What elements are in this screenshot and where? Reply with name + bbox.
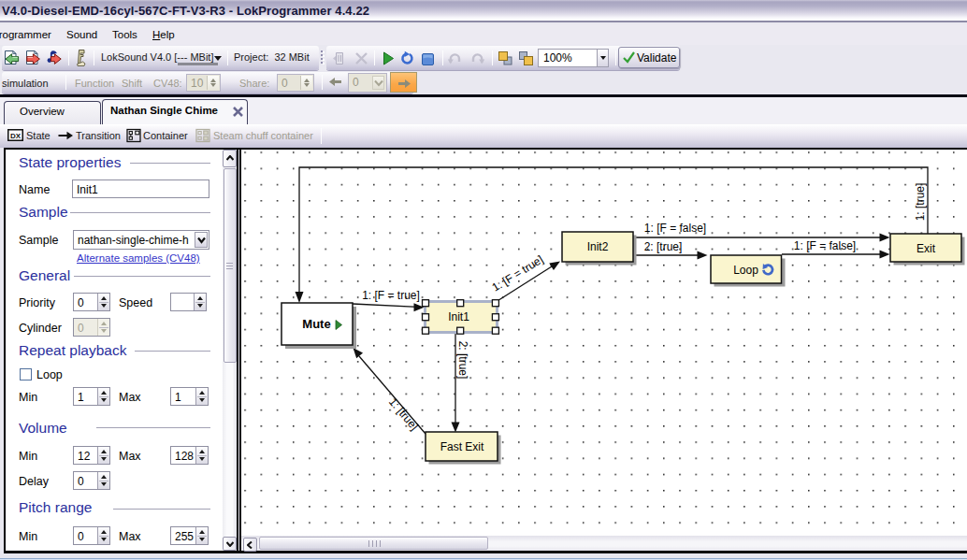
svg-text:Mute: Mute [302, 317, 330, 331]
svg-text:Exit: Exit [916, 242, 935, 255]
svg-text:DX: DX [10, 132, 22, 140]
svg-text:Loop: Loop [733, 264, 758, 277]
svg-text:2: [true]: 2: [true] [643, 240, 682, 253]
svg-text:1: [true]: 1: [true] [914, 183, 927, 222]
svg-text:2: [true]: 2: [true] [456, 341, 469, 380]
svg-text:Init1: Init1 [448, 310, 469, 323]
svg-text:1: [F = false]: 1: [F = false] [793, 239, 855, 252]
svg-text:Init2: Init2 [586, 240, 608, 253]
svg-text:1: [F = false]: 1: [F = false] [643, 222, 705, 235]
svg-text:Fast Exit: Fast Exit [440, 440, 484, 453]
svg-text:1: [F = true]: 1: [F = true] [362, 289, 420, 302]
